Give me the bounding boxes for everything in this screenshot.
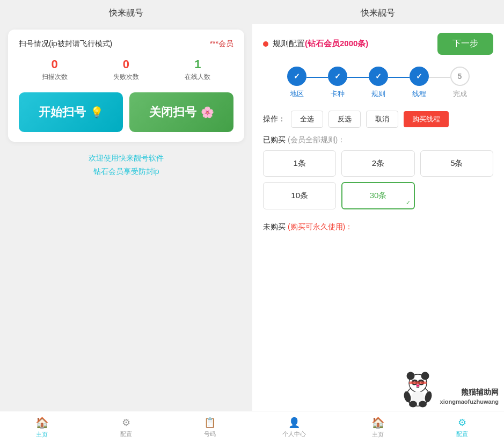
stop-scan-label: 关闭扫号 (149, 104, 196, 120)
rule-config-bar: 规则配置(钻石会员2000条) 下一步 (263, 33, 493, 55)
step-complete-label: 完成 (453, 89, 467, 99)
next-step-button[interactable]: 下一步 (437, 33, 493, 55)
nav-profile-label: 个人中心 (282, 430, 306, 438)
scan-buttons: 开始扫号 💡 关闭扫号 🌸 (19, 92, 233, 132)
scan-stats: 0 扫描次数 0 失败次数 1 在线人数 (19, 57, 233, 82)
welcome-text: 欢迎使用快来靓号软件 钻石会员享受防封ip (8, 151, 244, 178)
nav-config-left-label: 配置 (120, 430, 132, 438)
svg-point-3 (421, 372, 429, 380)
number-icon: 📋 (204, 417, 216, 429)
step-rule-label: 规则 (371, 89, 385, 99)
watermark-text: 熊猫辅助网 xiongmaofuzhuwang (440, 387, 499, 406)
step-complete-circle: 5 (450, 67, 470, 86)
right-panel: 规则配置(钻石会员2000条) 下一步 ✓ 地区 ✓ 卡种 ✓ 规则 ✓ (252, 24, 504, 413)
step-card: ✓ 卡种 (328, 67, 347, 99)
purchased-sub: (会员全部规则)： (288, 135, 345, 144)
thread-30[interactable]: 30条 (341, 182, 414, 209)
step-card-circle: ✓ (328, 67, 347, 86)
unpurchased-sub: (购买可永久使用)： (288, 222, 353, 231)
stat-fail-count: 0 失败次数 (113, 57, 139, 82)
fail-count-value: 0 (113, 57, 139, 71)
ops-label: 操作： (263, 114, 286, 124)
flower-icon: 🌸 (201, 106, 214, 119)
nav-number[interactable]: 📋 号码 (168, 417, 252, 438)
thread-10[interactable]: 10条 (263, 182, 336, 209)
watermark-site: xiongmaofuzhuwang (440, 398, 499, 406)
stat-online-count: 1 在线人数 (185, 57, 210, 82)
step-thread: ✓ 线程 (410, 67, 429, 99)
right-title: 快来靓号 (252, 0, 505, 24)
online-count-label: 在线人数 (185, 72, 210, 82)
config-icon-left: ⚙ (122, 417, 130, 429)
watermark-label: 熊猫辅助网 (440, 387, 499, 398)
buy-thread-button[interactable]: 购买线程 (404, 111, 449, 127)
welcome-line2: 钻石会员享受防封ip (8, 165, 244, 178)
config-icon-right: ⚙ (458, 417, 466, 429)
nav-number-label: 号码 (204, 430, 216, 438)
left-title: 快来靓号 (0, 0, 252, 24)
svg-point-13 (411, 391, 424, 403)
step-region-circle: ✓ (287, 67, 306, 86)
start-scan-label: 开始扫号 (39, 104, 86, 120)
red-dot-icon (263, 41, 268, 47)
unpurchased-section: 未购买 (购买可永久使用)： (263, 220, 493, 232)
svg-rect-16 (409, 382, 427, 384)
nav-config-right[interactable]: ⚙ 配置 (420, 417, 505, 438)
rule-config-text: 规则配置(钻石会员2000条) (273, 39, 368, 49)
step-line-2 (347, 77, 369, 78)
invert-button[interactable]: 反选 (328, 111, 361, 128)
bulb-icon: 💡 (90, 106, 104, 119)
panda-icon (398, 368, 438, 408)
step-thread-circle: ✓ (410, 67, 429, 86)
svg-point-14 (409, 401, 417, 408)
nav-config-left[interactable]: ⚙ 配置 (84, 417, 169, 438)
left-panel: 扫号情况(ip被封请飞行模式) ***会员 0 扫描次数 0 失败次数 1 在线… (0, 24, 252, 413)
watermark: 熊猫辅助网 xiongmaofuzhuwang (398, 368, 499, 408)
nav-config-right-label: 配置 (456, 430, 468, 438)
nav-home-left-label: 主页 (36, 431, 48, 439)
step-region: ✓ 地区 (287, 67, 306, 99)
ops-bar: 操作： 全选 反选 取消 购买线程 (263, 111, 493, 128)
nav-home-right[interactable]: 🏠 主页 (336, 416, 420, 439)
rule-config-label: 规则配置(钻石会员2000条) (263, 39, 368, 49)
stat-scan-count: 0 扫描次数 (42, 57, 68, 82)
step-line-3 (388, 77, 410, 78)
rule-config-highlight: (钻石会员2000条) (305, 39, 368, 48)
member-badge: ***会员 (210, 39, 233, 49)
svg-point-2 (406, 372, 414, 380)
scan-count-value: 0 (42, 57, 68, 71)
thread-1[interactable]: 1条 (263, 150, 336, 177)
svg-point-10 (416, 384, 419, 387)
cancel-button[interactable]: 取消 (366, 111, 398, 128)
step-region-label: 地区 (290, 89, 304, 99)
step-line-1 (306, 77, 328, 78)
steps-container: ✓ 地区 ✓ 卡种 ✓ 规则 ✓ 线程 5 完成 (263, 62, 493, 103)
nav-profile[interactable]: 👤 个人中心 (252, 417, 337, 438)
purchased-section: 已购买 (会员全部规则)： 1条 2条 5条 10条 30条 (263, 135, 493, 213)
home-icon-left: 🏠 (35, 416, 49, 429)
step-card-label: 卡种 (331, 89, 345, 99)
nav-home-left[interactable]: 🏠 主页 (0, 416, 84, 439)
step-thread-label: 线程 (412, 89, 426, 99)
step-line-4 (429, 77, 450, 78)
unpurchased-title: 未购买 (购买可永久使用)： (263, 222, 493, 232)
step-rule: ✓ 规则 (369, 67, 388, 99)
nav-home-right-label: 主页 (372, 431, 384, 439)
profile-icon: 👤 (288, 417, 300, 429)
scan-title: 扫号情况(ip被封请飞行模式) (19, 39, 112, 49)
step-complete: 5 完成 (450, 67, 470, 99)
step-rule-circle: ✓ (369, 67, 388, 86)
select-all-button[interactable]: 全选 (291, 111, 323, 128)
home-icon-right: 🏠 (371, 416, 385, 429)
thread-2[interactable]: 2条 (341, 150, 414, 177)
thread-5[interactable]: 5条 (420, 150, 493, 177)
start-scan-button[interactable]: 开始扫号 💡 (19, 92, 123, 132)
scan-card: 扫号情况(ip被封请飞行模式) ***会员 0 扫描次数 0 失败次数 1 在线… (8, 30, 244, 142)
purchased-title: 已购买 (会员全部规则)： (263, 135, 493, 145)
online-count-value: 1 (185, 57, 210, 71)
welcome-line1: 欢迎使用快来靓号软件 (8, 151, 244, 165)
thread-grid: 1条 2条 5条 10条 30条 (263, 150, 493, 209)
scan-count-label: 扫描次数 (42, 72, 68, 82)
fail-count-label: 失败次数 (113, 72, 139, 82)
stop-scan-button[interactable]: 关闭扫号 🌸 (129, 92, 233, 132)
